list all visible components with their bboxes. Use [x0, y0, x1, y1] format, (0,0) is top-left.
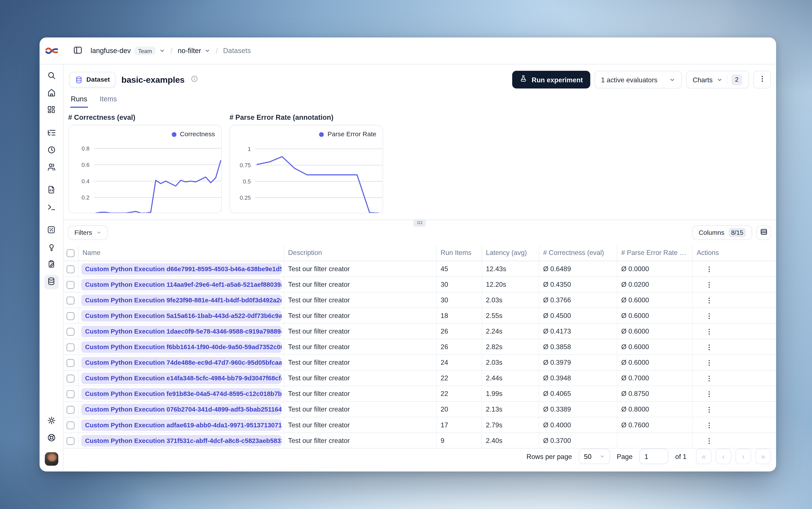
- charts-count-badge: 2: [732, 74, 742, 85]
- run-name-link[interactable]: Custom Python Execution f6bb1614-1f90-40…: [81, 341, 281, 352]
- splitter-grip-handle[interactable]: [413, 219, 426, 227]
- sidebar-item-dashboards[interactable]: [44, 103, 59, 117]
- table-row[interactable]: Custom Python Execution 1daec0f9-5e78-43…: [64, 324, 776, 339]
- run-description: Test our filter creator: [283, 308, 436, 324]
- previous-page-button[interactable]: ‹: [716, 448, 732, 464]
- run-name-link[interactable]: Custom Python Execution 076b2704-341d-48…: [81, 404, 281, 415]
- charts-dropdown[interactable]: Charts 2: [686, 71, 749, 89]
- info-icon: [191, 75, 198, 84]
- breadcrumb-page[interactable]: Datasets: [223, 47, 251, 55]
- table-row[interactable]: Custom Python Execution adfae619-abb0-4d…: [64, 417, 776, 433]
- run-name-link[interactable]: Custom Python Execution 1daec0f9-5e78-43…: [81, 326, 281, 337]
- run-name-link[interactable]: Custom Python Execution 9fe23f98-881e-44…: [81, 294, 281, 306]
- svg-text:0.6: 0.6: [82, 162, 90, 168]
- sidebar-item-search[interactable]: [44, 69, 59, 83]
- run-name-link[interactable]: Custom Python Execution e14fa348-5cfc-49…: [81, 372, 281, 384]
- run-description: Test our filter creator: [283, 370, 436, 386]
- sidebar-item-evaluators[interactable]: [44, 240, 59, 255]
- run-name-link[interactable]: Custom Python Execution 371f531c-abff-4d…: [81, 435, 281, 446]
- row-checkbox[interactable]: [67, 437, 74, 445]
- row-actions-button[interactable]: [705, 406, 713, 413]
- tab-runs[interactable]: Runs: [70, 95, 88, 108]
- table-row[interactable]: Custom Python Execution e14fa348-5cfc-49…: [64, 370, 776, 386]
- run-name-link[interactable]: Custom Python Execution 5a15a616-1bab-44…: [81, 310, 281, 321]
- row-checkbox[interactable]: [67, 265, 74, 273]
- breadcrumb-project[interactable]: langfuse-dev Team: [91, 46, 165, 55]
- run-name-link[interactable]: Custom Python Execution adfae619-abb0-4d…: [81, 419, 281, 431]
- table-row[interactable]: Custom Python Execution d66e7991-8595-45…: [64, 261, 776, 277]
- last-page-button[interactable]: »: [755, 448, 771, 464]
- breadcrumb-environment[interactable]: no-filter: [178, 47, 210, 55]
- row-checkbox[interactable]: [67, 312, 74, 320]
- page-input[interactable]: [639, 448, 669, 464]
- sidebar-item-annotation[interactable]: [44, 258, 59, 272]
- row-select-cell: [64, 261, 78, 277]
- table-row[interactable]: Custom Python Execution 9fe23f98-881e-44…: [64, 292, 776, 308]
- sidebar-item-datasets[interactable]: [44, 275, 59, 290]
- sidebar-item-home[interactable]: [44, 86, 59, 100]
- row-actions-button[interactable]: [705, 281, 713, 289]
- sidebar-item-tracing[interactable]: [44, 126, 59, 140]
- row-checkbox[interactable]: [67, 296, 74, 304]
- run-name-link[interactable]: Custom Python Execution fe91b83e-04a5-47…: [81, 388, 281, 399]
- row-actions-button[interactable]: [705, 328, 713, 335]
- dashboards-icon: [47, 105, 56, 115]
- row-checkbox[interactable]: [67, 281, 74, 289]
- row-checkbox[interactable]: [67, 328, 74, 335]
- user-avatar[interactable]: [44, 452, 58, 466]
- row-checkbox[interactable]: [67, 390, 74, 398]
- first-page-button[interactable]: «: [696, 448, 711, 464]
- rows-per-page-select[interactable]: 50: [579, 448, 610, 464]
- run-items-count: 18: [436, 308, 481, 324]
- row-actions-button[interactable]: [705, 374, 713, 382]
- breadcrumb-separator: /: [170, 46, 172, 55]
- run-name-cell: Custom Python Execution 9fe23f98-881e-44…: [78, 292, 283, 308]
- sidebar-toggle-button[interactable]: [73, 45, 83, 57]
- row-actions-button[interactable]: [705, 390, 713, 398]
- row-checkbox[interactable]: [67, 359, 74, 367]
- table-row[interactable]: Custom Python Execution 74de488e-ec9d-47…: [64, 354, 776, 370]
- tab-items[interactable]: Items: [99, 95, 117, 108]
- filters-dropdown[interactable]: Filters: [68, 225, 108, 240]
- sidebar-item-scores[interactable]: [44, 223, 59, 238]
- dataset-actions-button[interactable]: [753, 71, 771, 89]
- breadcrumb-separator: /: [216, 46, 218, 55]
- sidebar-item-sessions[interactable]: [44, 143, 59, 158]
- row-checkbox[interactable]: [67, 421, 74, 429]
- table-row[interactable]: Custom Python Execution f6bb1614-1f90-40…: [64, 339, 776, 354]
- row-height-button[interactable]: [756, 225, 771, 240]
- row-actions-button[interactable]: [705, 312, 713, 320]
- table-row[interactable]: Custom Python Execution 371f531c-abff-4d…: [64, 433, 776, 448]
- sidebar-item-support[interactable]: [44, 431, 59, 445]
- row-actions-button[interactable]: [705, 343, 713, 351]
- row-select-cell: [64, 339, 78, 354]
- run-name-link[interactable]: Custom Python Execution 74de488e-ec9d-47…: [81, 357, 281, 368]
- run-experiment-button[interactable]: Run experiment: [512, 71, 590, 89]
- table-row[interactable]: Custom Python Execution 076b2704-341d-48…: [64, 402, 776, 417]
- run-name-link[interactable]: Custom Python Execution 114aa9ef-29e6-4e…: [81, 279, 281, 290]
- row-actions-button[interactable]: [705, 437, 713, 445]
- row-checkbox[interactable]: [67, 406, 74, 413]
- dataset-info-button[interactable]: [191, 75, 198, 84]
- run-name-link[interactable]: Custom Python Execution d66e7991-8595-45…: [81, 263, 281, 274]
- chart-title: # Parse Error Rate (annotation): [230, 113, 383, 121]
- sidebar-item-playground[interactable]: [44, 200, 59, 215]
- row-actions-button[interactable]: [705, 421, 713, 429]
- row-checkbox[interactable]: [67, 343, 74, 351]
- columns-dropdown[interactable]: Columns 8/15: [692, 225, 752, 240]
- table-row[interactable]: Custom Python Execution 114aa9ef-29e6-4e…: [64, 277, 776, 292]
- active-evaluators-dropdown[interactable]: 1 active evaluators: [594, 71, 682, 89]
- column-header: Latency (avg): [481, 245, 539, 261]
- table-row[interactable]: Custom Python Execution 5a15a616-1bab-44…: [64, 308, 776, 324]
- sidebar-item-settings[interactable]: [44, 414, 59, 428]
- row-actions-button[interactable]: [705, 359, 713, 367]
- row-checkbox[interactable]: [67, 374, 74, 382]
- row-actions-button[interactable]: [705, 296, 713, 304]
- sidebar-item-prompts[interactable]: [44, 183, 59, 198]
- next-page-button[interactable]: ›: [736, 448, 751, 464]
- run-parse-error-rate: Ø 0.8750: [617, 386, 692, 401]
- row-actions-button[interactable]: [705, 265, 713, 273]
- select-all-checkbox[interactable]: [67, 249, 74, 257]
- sidebar-item-users[interactable]: [44, 160, 59, 175]
- table-row[interactable]: Custom Python Execution fe91b83e-04a5-47…: [64, 386, 776, 401]
